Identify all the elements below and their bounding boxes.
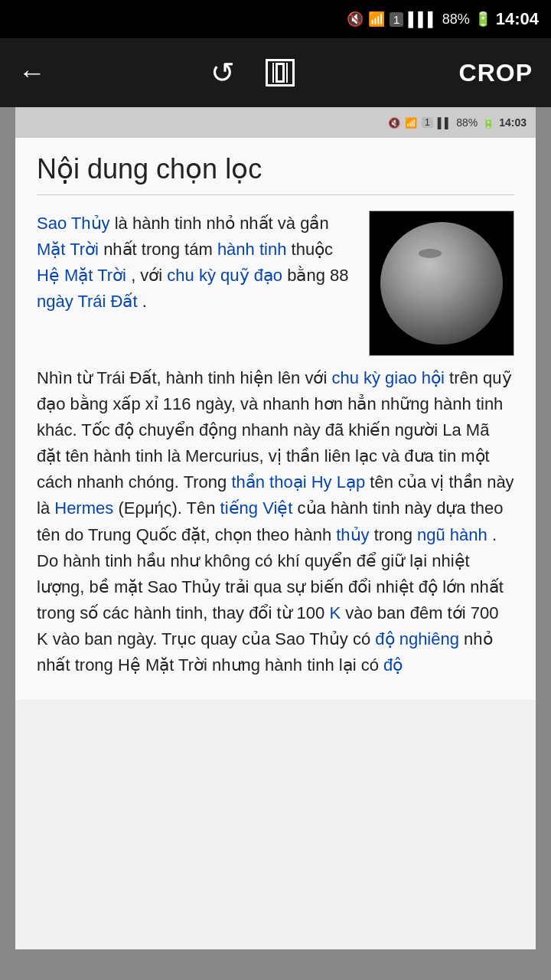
inner-mute-icon: 🔇 (388, 117, 400, 129)
content-area: 🔇 📶 1 ▌▌ 88% 🔋 14:03 Nội dung chọn lọc S… (0, 107, 551, 980)
signal-icon: ▌▌▌ (408, 11, 437, 28)
inner-badge: 1 (422, 117, 433, 128)
crop-button[interactable]: CROP (459, 59, 533, 87)
inner-frame: 🔇 📶 1 ▌▌ 88% 🔋 14:03 Nội dung chọn lọc S… (15, 107, 536, 949)
link-chu-ky-quy-dao[interactable]: chu kỳ quỹ đạo (167, 266, 282, 285)
link-hermes[interactable]: Hermes (54, 498, 113, 518)
status-bar: 🔇 📶 1 ▌▌▌ 88% 🔋 14:04 (0, 0, 551, 38)
compare-button[interactable] (266, 59, 295, 87)
text-p1-1: Nhìn từ Trái Đất, hành tinh hiện lên với (37, 368, 331, 387)
rotate-button[interactable]: ↺ (210, 56, 235, 90)
article-body: Sao Thủy là hành tinh nhỏ nhất và gần Mặ… (37, 211, 514, 678)
link-thuy[interactable]: thủy (336, 525, 369, 544)
text-intro-2: nhất trong tám (103, 240, 217, 259)
text-intro-3: thuộc (292, 240, 334, 259)
link-he-mat-troi[interactable]: Hệ Mặt Trời (37, 266, 126, 285)
text-intro-5: bằng 88 (287, 266, 348, 285)
mute-icon: 🔇 (347, 11, 364, 28)
notification-badge: 1 (390, 12, 403, 27)
toolbar: ← ↺ CROP (0, 38, 551, 107)
text-intro-1: là hành tinh nhỏ nhất và gần (115, 214, 329, 233)
text-intro-4: , với (131, 266, 167, 285)
article-title: Nội dung chọn lọc (37, 153, 514, 195)
inner-signal-icon: ▌▌ (438, 117, 452, 129)
battery-icon: 🔋 (474, 11, 491, 28)
battery-text: 88% (442, 11, 470, 28)
link-tieng-viet[interactable]: tiếng Việt (220, 498, 293, 518)
inner-status-bar: 🔇 📶 1 ▌▌ 88% 🔋 14:03 (15, 107, 536, 138)
link-than-thoai-hy-lap[interactable]: thần thoại Hy Lạp (231, 472, 365, 492)
link-hanh-tinh[interactable]: hành tinh (217, 240, 287, 259)
link-k-kelvin[interactable]: K (329, 603, 341, 622)
inner-time-display: 14:03 (499, 116, 527, 129)
link-ngu-hanh[interactable]: ngũ hành (417, 525, 487, 544)
intro-section: Sao Thủy là hành tinh nhỏ nhất và gần Mặ… (37, 211, 514, 356)
toolbar-right: CROP (459, 59, 533, 87)
toolbar-center: ↺ (210, 56, 295, 90)
planet-circle (380, 222, 503, 345)
inner-battery-icon: 🔋 (482, 117, 494, 129)
link-ngay-trai-dat[interactable]: ngày Trái Đất (37, 292, 138, 311)
status-icons: 🔇 📶 1 ▌▌▌ 88% 🔋 14:04 (347, 9, 539, 29)
link-sao-thuy[interactable]: Sao Thủy (37, 214, 110, 233)
inner-wifi-icon: 📶 (405, 117, 417, 129)
text-p1-6: trong (374, 525, 417, 544)
toolbar-left: ← (18, 57, 46, 89)
link-do[interactable]: độ (383, 655, 403, 675)
inner-battery-text: 88% (456, 116, 478, 129)
wifi-icon: 📶 (368, 11, 385, 28)
link-mat-troi[interactable]: Mặt Trời (37, 240, 99, 259)
link-chu-ky-giao-hoi[interactable]: chu kỳ giao hội (331, 368, 445, 387)
text-p1-4: (Ερμής). Tên (118, 498, 220, 518)
planet-image (369, 211, 514, 356)
link-do-nghieng[interactable]: độ nghiêng (375, 629, 459, 648)
time-display: 14:04 (496, 9, 539, 29)
back-button[interactable]: ← (18, 57, 46, 89)
main-paragraph-1: Nhìn từ Trái Đất, hành tinh hiện lên với… (37, 365, 514, 678)
text-intro-6: . (142, 292, 147, 311)
article-content: Nội dung chọn lọc Sao Thủy là hành tinh … (15, 138, 536, 700)
intro-text: Sao Thủy là hành tinh nhỏ nhất và gần Mặ… (37, 211, 357, 315)
